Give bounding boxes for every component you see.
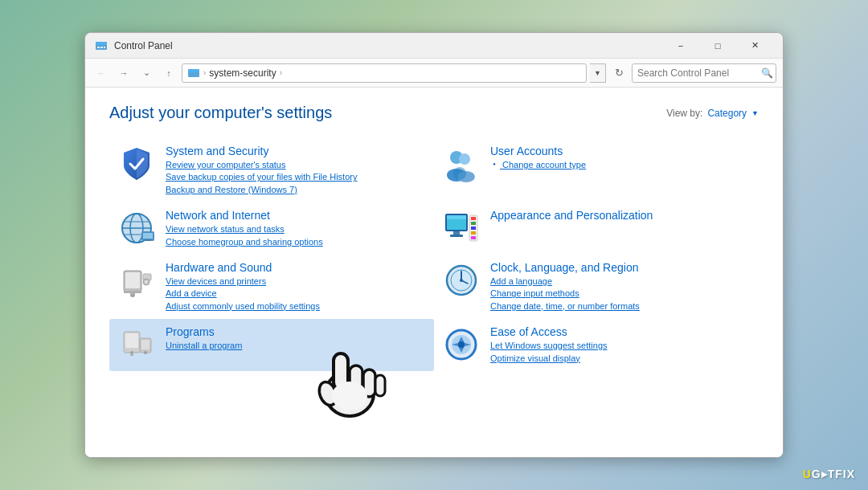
svg-point-46 <box>460 279 463 282</box>
forward-button[interactable]: → <box>114 63 133 83</box>
svg-rect-3 <box>100 47 103 48</box>
user-accounts-text: User Accounts Change account type <box>490 145 751 171</box>
programs-icon <box>117 325 156 364</box>
programs-text: Programs Uninstall a program <box>166 325 426 352</box>
category-system-security[interactable]: System and Security Review your computer… <box>109 138 434 202</box>
close-button[interactable]: ✕ <box>736 33 773 59</box>
search-icon: 🔍 <box>761 67 773 79</box>
hardware-sound-title[interactable]: Hardware and Sound <box>166 261 426 274</box>
svg-rect-30 <box>471 231 476 235</box>
history-dropdown-button[interactable]: ⌄ <box>137 63 156 83</box>
ease-of-access-title[interactable]: Ease of Access <box>490 325 751 338</box>
address-path[interactable]: › system-security › <box>182 63 587 83</box>
svg-rect-52 <box>141 340 149 349</box>
hardware-sound-sub: View devices and printers Add a device A… <box>166 276 426 312</box>
user-accounts-sub: Change account type <box>490 159 751 171</box>
network-internet-sub: View network status and tasks Choose hom… <box>166 223 426 248</box>
title-bar: Control Panel − □ ✕ <box>85 33 783 59</box>
svg-rect-2 <box>97 47 100 48</box>
back-button[interactable]: ← <box>92 63 111 83</box>
ease-of-access-text: Ease of Access Let Windows suggest setti… <box>490 325 751 365</box>
clock-language-text: Clock, Language, and Region Add a langua… <box>490 261 751 312</box>
svg-rect-23 <box>447 215 466 219</box>
category-ease-of-access[interactable]: Ease of Access Let Windows suggest setti… <box>434 319 759 371</box>
svg-rect-4 <box>104 47 105 48</box>
programs-title[interactable]: Programs <box>166 325 426 338</box>
svg-rect-48 <box>125 333 138 348</box>
svg-rect-19 <box>143 233 153 239</box>
user-accounts-title[interactable]: User Accounts <box>490 145 751 157</box>
appearance-icon <box>442 209 481 247</box>
watermark-rest: ▸TFIX <box>821 468 855 480</box>
search-input[interactable] <box>637 67 758 79</box>
appearance-title[interactable]: Appearance and Personalization <box>490 209 751 222</box>
view-by-label: View by: <box>666 108 702 119</box>
network-internet-title[interactable]: Network and Internet <box>166 209 426 222</box>
system-security-title[interactable]: System and Security <box>166 145 426 157</box>
content-area: Adjust your computer's settings View by:… <box>85 88 783 457</box>
svg-rect-33 <box>125 272 140 288</box>
ease-of-access-icon <box>442 325 481 364</box>
svg-rect-29 <box>471 227 476 230</box>
categories-grid: System and Security Review your computer… <box>109 138 759 371</box>
window-icon <box>95 39 108 52</box>
window-title: Control Panel <box>114 40 662 51</box>
svg-point-39 <box>145 280 148 284</box>
clock-language-sub: Add a language Change input methods Chan… <box>490 276 751 312</box>
category-programs[interactable]: Programs Uninstall a program <box>109 319 434 371</box>
page-title: Adjust your computer's settings <box>109 104 332 122</box>
svg-point-53 <box>144 351 147 354</box>
ease-of-access-sub: Let Windows suggest settings Optimize vi… <box>490 340 751 365</box>
window-controls: − □ ✕ <box>662 33 773 59</box>
minimize-button[interactable]: − <box>662 33 699 59</box>
system-security-icon <box>117 145 156 183</box>
view-by-value[interactable]: Category <box>707 108 747 119</box>
hardware-sound-text: Hardware and Sound View devices and prin… <box>166 261 426 312</box>
path-icon <box>187 67 200 80</box>
network-internet-text: Network and Internet View network status… <box>166 209 426 248</box>
hardware-sound-icon <box>117 261 156 300</box>
category-hardware-sound[interactable]: Hardware and Sound View devices and prin… <box>109 255 434 319</box>
content-header: Adjust your computer's settings View by:… <box>109 104 759 122</box>
refresh-button[interactable]: ↻ <box>609 63 628 83</box>
watermark-g: G <box>812 468 821 480</box>
category-clock-language[interactable]: Clock, Language, and Region Add a langua… <box>434 255 759 319</box>
svg-point-49 <box>130 351 133 354</box>
address-bar: ← → ⌄ ↑ › system-security › ▼ ↻ 🔍 <box>85 59 783 88</box>
svg-rect-6 <box>188 69 199 72</box>
category-appearance[interactable]: Appearance and Personalization <box>434 202 759 255</box>
category-user-accounts[interactable]: User Accounts Change account type <box>434 138 759 202</box>
svg-rect-31 <box>471 236 476 239</box>
appearance-text: Appearance and Personalization <box>490 209 751 223</box>
view-by: View by: Category ▼ <box>666 108 759 119</box>
svg-rect-28 <box>471 222 476 225</box>
path-segment-1: system-security <box>209 67 276 79</box>
maximize-button[interactable]: □ <box>699 33 736 59</box>
clock-language-icon <box>442 261 481 300</box>
view-by-arrow-icon: ▼ <box>751 109 759 117</box>
main-window: Control Panel − □ ✕ ← → ⌄ ↑ › system-sec… <box>84 32 784 458</box>
address-dropdown-button[interactable]: ▼ <box>590 63 606 83</box>
system-security-text: System and Security Review your computer… <box>166 145 426 196</box>
svg-rect-50 <box>130 354 133 356</box>
svg-rect-25 <box>450 235 463 237</box>
svg-rect-1 <box>96 42 107 45</box>
path-separator-2: › <box>280 68 282 77</box>
svg-point-11 <box>453 167 466 180</box>
up-button[interactable]: ↑ <box>159 63 178 83</box>
system-security-sub: Review your computer's status Save backu… <box>166 159 426 196</box>
path-separator-1: › <box>203 68 206 77</box>
svg-point-8 <box>459 153 470 165</box>
category-network-internet[interactable]: Network and Internet View network status… <box>109 202 434 255</box>
svg-point-57 <box>458 341 465 348</box>
clock-language-title[interactable]: Clock, Language, and Region <box>490 261 751 274</box>
svg-rect-24 <box>453 231 460 235</box>
network-internet-icon <box>117 209 156 247</box>
user-accounts-icon <box>442 145 481 183</box>
watermark: UG▸TFIX <box>803 468 855 480</box>
watermark-u: U <box>803 468 812 480</box>
svg-rect-36 <box>124 292 141 293</box>
svg-rect-20 <box>145 239 151 241</box>
programs-sub: Uninstall a program <box>166 340 426 352</box>
search-box: 🔍 <box>632 63 776 83</box>
